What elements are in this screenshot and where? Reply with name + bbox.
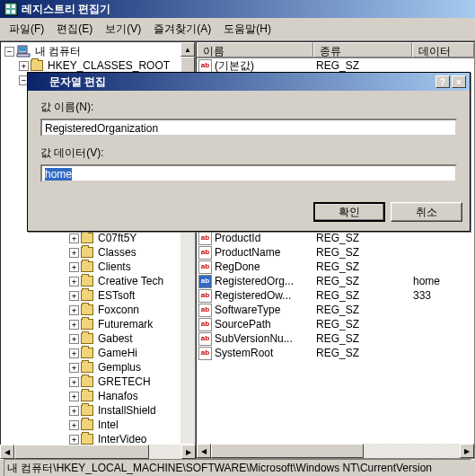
value-data-input[interactable]: home bbox=[40, 164, 457, 182]
ok-button[interactable]: 확인 bbox=[313, 202, 385, 222]
tree-label: Creative Tech bbox=[96, 275, 165, 287]
list-row[interactable]: abRegDoneREG_SZ bbox=[197, 260, 474, 274]
close-button[interactable]: × bbox=[452, 75, 466, 88]
folder-icon bbox=[81, 304, 93, 315]
string-value-icon: ab bbox=[198, 304, 212, 317]
cell-name: SoftwareType bbox=[215, 304, 316, 316]
list-row[interactable]: ab (기본값) REG_SZ bbox=[197, 58, 474, 73]
scroll-up-icon[interactable]: ▲ bbox=[180, 42, 195, 57]
menu-favorites[interactable]: 즐겨찾기(A) bbox=[148, 20, 216, 39]
computer-icon bbox=[16, 45, 31, 57]
tree-node[interactable]: +InstallShield bbox=[3, 403, 179, 418]
svg-rect-3 bbox=[6, 10, 10, 13]
folder-icon bbox=[81, 276, 93, 286]
scroll-track[interactable] bbox=[14, 445, 181, 459]
expand-icon[interactable]: + bbox=[69, 377, 79, 387]
scroll-track[interactable] bbox=[211, 444, 460, 458]
folder-icon bbox=[81, 233, 93, 243]
expand-icon[interactable]: + bbox=[69, 420, 79, 430]
scroll-thumb[interactable] bbox=[211, 444, 364, 458]
folder-icon bbox=[81, 434, 93, 445]
tree-label: Clients bbox=[96, 260, 133, 273]
tree-node[interactable]: +Intel bbox=[3, 418, 179, 432]
cell-name: ProductId bbox=[215, 232, 316, 244]
cell-type: REG_SZ bbox=[316, 347, 413, 359]
list-row[interactable]: abSubVersionNu...REG_SZ bbox=[197, 331, 474, 346]
tree-node[interactable]: +Gabest bbox=[3, 331, 179, 346]
expand-icon[interactable]: + bbox=[19, 61, 29, 71]
cell-data: 333 bbox=[413, 289, 474, 302]
tree-label: GameHi bbox=[96, 347, 139, 359]
tree-node[interactable]: +ESTsoft bbox=[3, 288, 179, 303]
tree-node[interactable]: +Clients bbox=[3, 260, 179, 274]
list-row[interactable]: abProductNameREG_SZ bbox=[197, 245, 474, 260]
list-row[interactable]: abRegisteredOw...REG_SZ333 bbox=[197, 288, 474, 303]
string-value-icon: ab bbox=[198, 59, 212, 73]
menu-help[interactable]: 도움말(H) bbox=[218, 20, 277, 39]
status-text: 내 컴퓨터\HKEY_LOCAL_MACHINE\SOFTWARE\Micros… bbox=[4, 459, 471, 476]
svg-rect-4 bbox=[12, 10, 15, 13]
cell-name: RegisteredOrg... bbox=[215, 275, 316, 287]
folder-icon bbox=[81, 290, 93, 301]
tree-node[interactable]: +Hanafos bbox=[3, 389, 179, 403]
string-value-icon: ab bbox=[198, 347, 212, 360]
tree-node[interactable]: +C07ft5Y bbox=[3, 231, 179, 245]
menu-edit[interactable]: 편집(E) bbox=[51, 20, 98, 39]
expand-icon[interactable]: + bbox=[69, 277, 79, 286]
tree-label: InterVideo bbox=[96, 433, 149, 445]
folder-icon bbox=[81, 261, 93, 272]
expand-icon[interactable]: + bbox=[69, 234, 79, 243]
list-header-type[interactable]: 종류 bbox=[313, 42, 412, 57]
string-value-icon: ab bbox=[198, 246, 212, 260]
scroll-right-icon[interactable]: ▶ bbox=[181, 445, 196, 459]
expand-icon[interactable]: + bbox=[69, 435, 79, 445]
expand-icon[interactable]: + bbox=[69, 248, 79, 258]
list-row[interactable]: abSoftwareTypeREG_SZ bbox=[197, 303, 474, 317]
expand-icon[interactable]: − bbox=[4, 47, 14, 57]
expand-icon[interactable]: + bbox=[69, 305, 79, 315]
dialog-body: 값 이름(N): RegisteredOrganization 값 데이터(V)… bbox=[28, 91, 470, 202]
list-scrollbar-h[interactable]: ◀ ▶ bbox=[197, 444, 474, 458]
string-value-icon: ab bbox=[198, 232, 212, 245]
expand-icon[interactable]: + bbox=[69, 334, 79, 344]
value-name-label: 값 이름(N): bbox=[40, 100, 457, 115]
tree-node[interactable]: +Creative Tech bbox=[3, 274, 179, 288]
menu-view[interactable]: 보기(V) bbox=[100, 20, 146, 39]
expand-icon[interactable]: + bbox=[69, 320, 79, 330]
tree-scrollbar-h[interactable]: ◀ ▶ bbox=[0, 445, 196, 459]
scroll-right-icon[interactable]: ▶ bbox=[460, 444, 474, 458]
expand-icon[interactable]: + bbox=[69, 291, 79, 301]
list-header-name[interactable]: 이름 bbox=[197, 42, 313, 57]
tree-node[interactable]: +Foxconn bbox=[3, 303, 179, 317]
cell-type: REG_SZ bbox=[316, 289, 413, 302]
tree-node[interactable]: +GRETECH bbox=[3, 375, 179, 389]
expand-icon[interactable]: + bbox=[69, 406, 79, 416]
scroll-left-icon[interactable]: ◀ bbox=[0, 445, 14, 459]
dialog-title-bar[interactable]: 문자열 편집 ? × bbox=[28, 73, 470, 91]
tree-node[interactable]: +GameHi bbox=[3, 346, 179, 360]
menu-file[interactable]: 파일(F) bbox=[4, 20, 49, 39]
tree-label: 내 컴퓨터 bbox=[33, 44, 83, 59]
cell-type: REG_SZ bbox=[316, 246, 413, 259]
cancel-button[interactable]: 취소 bbox=[391, 202, 462, 222]
tree-node[interactable]: +Futuremark bbox=[3, 317, 179, 331]
dialog-icon bbox=[31, 75, 46, 89]
list-row[interactable]: abSourcePathREG_SZ bbox=[197, 317, 474, 331]
value-name-input[interactable]: RegisteredOrganization bbox=[40, 119, 457, 137]
tree-node[interactable]: +Gemplus bbox=[3, 360, 179, 375]
expand-icon[interactable]: + bbox=[69, 392, 79, 401]
list-row[interactable]: abSystemRootREG_SZ bbox=[197, 346, 474, 360]
expand-icon[interactable]: + bbox=[69, 348, 79, 358]
help-button[interactable]: ? bbox=[435, 75, 450, 88]
tree-node-root[interactable]: − 내 컴퓨터 bbox=[3, 44, 179, 58]
expand-icon[interactable]: + bbox=[69, 262, 79, 272]
expand-icon[interactable]: + bbox=[69, 363, 79, 373]
list-row[interactable]: abRegisteredOrg...REG_SZhome bbox=[197, 274, 474, 288]
list-header-data[interactable]: 데이터 bbox=[412, 42, 474, 57]
tree-node[interactable]: + HKEY_CLASSES_ROOT bbox=[3, 58, 179, 73]
string-value-icon: ab bbox=[198, 332, 212, 346]
list-row[interactable]: abProductIdREG_SZ bbox=[197, 231, 474, 245]
scroll-thumb[interactable] bbox=[14, 445, 149, 459]
tree-node[interactable]: +Classes bbox=[3, 245, 179, 260]
scroll-left-icon[interactable]: ◀ bbox=[197, 444, 211, 458]
